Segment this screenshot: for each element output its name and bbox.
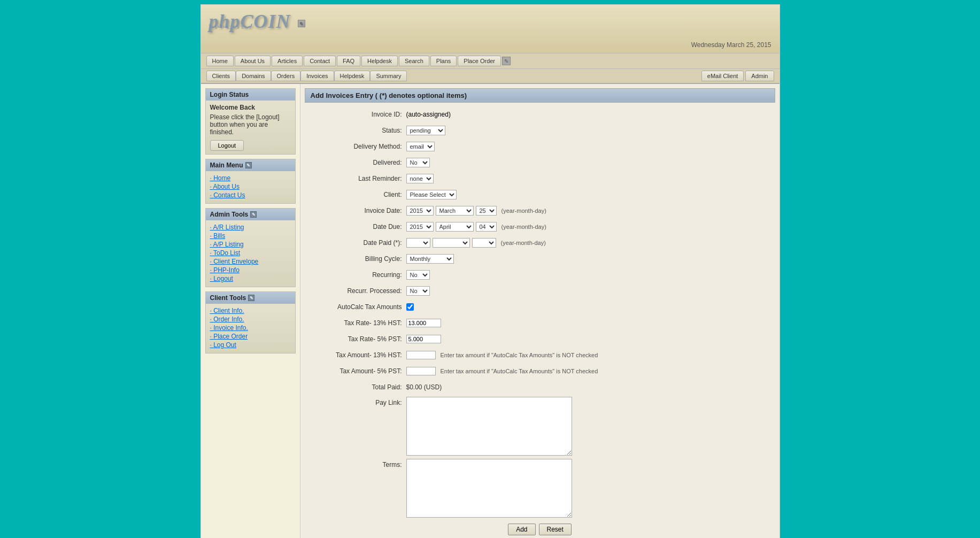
client-envelope-link[interactable]: · Client Envelope — [210, 258, 291, 265]
nav-articles[interactable]: Articles — [272, 56, 303, 66]
date-paid-year[interactable] — [406, 238, 430, 248]
nav-search[interactable]: Search — [399, 56, 429, 66]
recurr-processed-select[interactable]: No Yes — [406, 286, 430, 296]
content-title: Add Invoices Entry ( (*) denotes optiona… — [305, 88, 775, 103]
invoice-date-month[interactable]: MarchJanuaryFebruaryApril — [436, 206, 474, 216]
nav-plans[interactable]: Plans — [430, 56, 457, 66]
delivered-label: Delivered: — [310, 159, 406, 166]
recurr-processed-label: Recurr. Processed: — [310, 287, 406, 295]
bills-link[interactable]: · Bills — [210, 232, 291, 240]
recurring-label: Recurring: — [310, 271, 406, 279]
nav-summary[interactable]: Summary — [370, 71, 407, 81]
last-reminder-field: none 1 2 3 — [406, 174, 770, 183]
admin-logout-link[interactable]: · Logout — [210, 275, 291, 282]
delivered-select[interactable]: No Yes — [406, 158, 430, 167]
add-button[interactable]: Add — [508, 524, 535, 535]
date-due-day[interactable]: 04010203 — [476, 222, 497, 232]
admin-tools-title: Admin Tools ✎ — [206, 209, 295, 220]
nav-place-order[interactable]: Place Order — [458, 56, 501, 66]
ar-listing-link[interactable]: · A/R Listing — [210, 224, 291, 231]
invoice-date-year[interactable]: 201520142013 — [406, 206, 434, 216]
nav-home[interactable]: Home — [206, 56, 234, 66]
reset-button[interactable]: Reset — [539, 524, 572, 535]
login-message: Please click the [Logout] button when yo… — [210, 113, 291, 136]
client-tools-box: Client Tools ✎ · Client Info. · Order In… — [205, 291, 296, 353]
tax-rate-pst-label: Tax Rate- 5% PST: — [310, 335, 406, 343]
place-order-sidebar-link[interactable]: · Place Order — [210, 333, 291, 340]
menu-home-link[interactable]: · Home — [210, 174, 291, 182]
nav-about-us[interactable]: About Us — [235, 56, 271, 66]
todo-link[interactable]: · ToDo List — [210, 249, 291, 257]
autocalc-row: AutoCalc Tax Amounts — [310, 301, 770, 313]
nav-helpdesk[interactable]: Helpdesk — [361, 56, 398, 66]
last-reminder-row: Last Reminder: none 1 2 3 — [310, 172, 770, 185]
order-info-link[interactable]: · Order Info. — [210, 316, 291, 323]
nav-top: Home About Us Articles Contact FAQ Helpd… — [201, 53, 780, 69]
php-info-link[interactable]: · PHP-Info — [210, 266, 291, 274]
nav-extra-icon[interactable]: ✎ — [502, 57, 511, 65]
admin-tools-content: · A/R Listing · Bills · A/P Listing · To… — [206, 220, 295, 287]
date-due-row: Date Due: 20152014 AprilJanuaryFebruaryM… — [310, 220, 770, 233]
date-due-year[interactable]: 20152014 — [406, 222, 434, 232]
client-row: Client: Please Select — [310, 188, 770, 201]
logo: phpCOIN ✎ phpCOIN — [209, 10, 305, 41]
tax-rate-pst-input[interactable]: 5.000 — [406, 335, 441, 343]
tax-amount-hst-input[interactable] — [406, 351, 436, 359]
client-select[interactable]: Please Select — [406, 190, 457, 199]
date-due-field: 20152014 AprilJanuaryFebruaryMarch 04010… — [406, 222, 770, 232]
ap-listing-link[interactable]: · A/P Listing — [210, 241, 291, 248]
pay-link-textarea[interactable] — [406, 397, 572, 456]
nav-contact[interactable]: Contact — [304, 56, 336, 66]
main-menu-content: · Home · About Us · Contact Us — [206, 171, 295, 203]
delivery-method-select[interactable]: email print both — [406, 142, 435, 151]
client-info-link[interactable]: · Client Info. — [210, 307, 291, 314]
date-paid-month[interactable] — [433, 238, 470, 248]
status-select[interactable]: pending active cancelled fraud — [406, 126, 445, 135]
nav-invoices[interactable]: Invoices — [300, 71, 334, 81]
invoice-date-day[interactable]: 250102 — [476, 206, 497, 216]
terms-textarea[interactable] — [406, 459, 572, 518]
nav-domains[interactable]: Domains — [236, 71, 271, 81]
client-tools-icon: ✎ — [248, 295, 254, 301]
pay-link-field — [406, 397, 770, 456]
tax-amount-pst-row: Tax Amount- 5% PST: Enter tax amount if … — [310, 365, 770, 378]
log-out-link[interactable]: · Log Out — [210, 341, 291, 349]
tax-amount-hst-field: Enter tax amount if "AutoCalc Tax Amount… — [406, 351, 770, 359]
date-paid-field: (year-month-day) — [406, 238, 770, 248]
delivery-method-label: Delivery Method: — [310, 143, 406, 150]
billing-cycle-select[interactable]: Monthly Quarterly Semi-Annual Annual — [406, 254, 454, 264]
invoice-id-label: Invoice ID: — [310, 111, 406, 118]
date-paid-day[interactable] — [472, 238, 496, 248]
menu-contact-link[interactable]: · Contact Us — [210, 191, 291, 199]
date-paid-row: Date Paid (*): (year-month-day) — [310, 236, 770, 249]
invoice-date-hint: (year-month-day) — [501, 207, 546, 214]
last-reminder-select[interactable]: none 1 2 3 — [406, 174, 434, 183]
nav-admin[interactable]: Admin — [745, 71, 774, 81]
invoice-info-link[interactable]: · Invoice Info. — [210, 324, 291, 332]
pay-link-label: Pay Link: — [310, 397, 406, 406]
recurring-row: Recurring: No Yes — [310, 268, 770, 281]
logout-button[interactable]: Logout — [210, 140, 244, 151]
menu-about-link[interactable]: · About Us — [210, 183, 291, 190]
nav-faq[interactable]: FAQ — [337, 56, 360, 66]
recurring-select[interactable]: No Yes — [406, 270, 430, 280]
terms-field — [406, 459, 770, 518]
sidebar: Login Status Welcome Back Please click t… — [201, 84, 300, 538]
tax-amount-pst-input[interactable] — [406, 367, 436, 375]
tax-rate-hst-row: Tax Rate- 13% HST: 13.000 — [310, 317, 770, 329]
client-tools-content: · Client Info. · Order Info. · Invoice I… — [206, 304, 295, 353]
main-menu-box: Main Menu ✎ · Home · About Us · Contact … — [205, 159, 296, 204]
nav-orders[interactable]: Orders — [271, 71, 301, 81]
date-due-month[interactable]: AprilJanuaryFebruaryMarch — [436, 222, 474, 232]
tax-rate-hst-input[interactable]: 13.000 — [406, 319, 441, 327]
nav-helpdesk2[interactable]: Helpdesk — [334, 71, 371, 81]
login-status-content: Welcome Back Please click the [Logout] b… — [206, 101, 295, 154]
nav-clients[interactable]: Clients — [206, 71, 236, 81]
billing-cycle-label: Billing Cycle: — [310, 255, 406, 263]
date-paid-hint: (year-month-day) — [501, 240, 546, 246]
logo-reflection: phpCOIN — [209, 25, 305, 30]
invoice-id-field: (auto-assigned) — [406, 111, 770, 118]
autocalc-checkbox[interactable] — [406, 303, 414, 311]
nav-email-client[interactable]: eMail Client — [701, 71, 744, 81]
total-paid-value: $0.00 (USD) — [406, 383, 442, 391]
